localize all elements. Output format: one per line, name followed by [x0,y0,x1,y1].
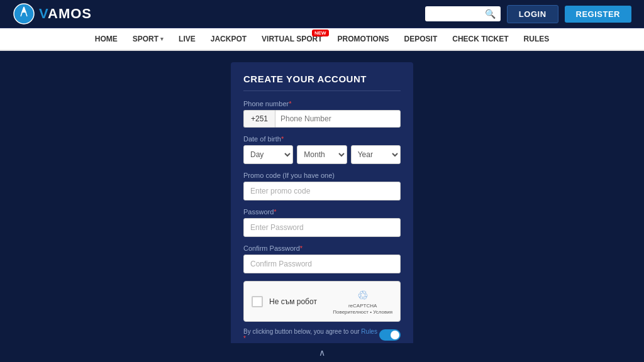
nav-item-rules[interactable]: RULES [524,35,550,43]
confirm-password-input[interactable] [243,255,401,273]
captcha-right: ♲ reCAPTCHA Поверителност • Условия [333,288,392,315]
captcha-checkbox[interactable] [252,296,263,307]
nav-item-promotions[interactable]: PROMOTIONS [338,35,389,43]
form-title: CREATE YOUR ACCOUNT [243,74,401,84]
new-badge: NEW [312,30,329,36]
nav-item-jackpot[interactable]: JACKPOT [211,35,247,43]
logo-text: VAMOS [39,6,92,22]
nav-item-virtual-sport[interactable]: VIRTUAL SPORT NEW [262,35,322,43]
chevron-down-icon: ▾ [160,36,164,42]
scroll-up-icon[interactable]: ∧ [319,348,325,358]
terms-text: By clicking button below, you agree to o… [243,328,379,342]
nav-item-home[interactable]: HOME [95,35,118,43]
search-box[interactable]: 🔍 [425,6,501,21]
registration-card: CREATE YOUR ACCOUNT Phone number* +251 D… [231,62,413,343]
terms-row: By clicking button below, you agree to o… [243,328,401,342]
footer: ∧ [0,343,644,362]
dob-day-select[interactable]: Day [243,145,293,164]
header: VAMOS 🔍 LOGIN REGISTER [0,0,644,28]
confirm-password-label: Confirm Password* [243,244,401,252]
search-input[interactable] [430,9,485,18]
phone-input[interactable] [275,110,401,128]
promo-group: Promo code (If you have one) [243,172,401,200]
recaptcha-icon: ♲ [357,288,369,303]
dob-row: Day Month Year [243,145,401,164]
captcha-sublabel: Поверителност • Условия [333,309,392,315]
captcha-text: Не съм робот [269,297,317,306]
login-button[interactable]: LOGIN [507,5,558,23]
toggle-background [379,329,401,341]
phone-group: Phone number* +251 [243,100,401,128]
dob-group: Date of birth* Day Month Year [243,135,401,164]
promo-label: Promo code (If you have one) [243,172,401,179]
navigation: HOME SPORT ▾ LIVE JACKPOT VIRTUAL SPORT … [0,28,644,51]
svg-point-0 [14,4,34,24]
terms-toggle[interactable] [379,329,401,341]
header-right: 🔍 LOGIN REGISTER [425,5,631,23]
nav-item-check-ticket[interactable]: CHECK TICKET [452,35,508,43]
rules-link[interactable]: Rules [361,328,377,335]
nav-item-deposit[interactable]: DEPOSIT [404,35,438,43]
phone-row: +251 [243,110,401,128]
phone-prefix: +251 [243,110,275,128]
card-divider [243,90,401,91]
logo: VAMOS [13,3,92,25]
dob-label: Date of birth* [243,135,401,143]
dob-month-select[interactable]: Month [297,145,347,164]
password-group: Password* [243,208,401,237]
nav-item-live[interactable]: LIVE [179,35,196,43]
dob-year-select[interactable]: Year [351,145,401,164]
captcha-label: reCAPTCHA [348,303,377,309]
search-icon: 🔍 [485,9,496,19]
logo-icon [13,3,35,25]
password-input[interactable] [243,218,401,237]
toggle-knob [391,331,399,339]
nav-item-sport[interactable]: SPORT ▾ [133,35,164,43]
register-button[interactable]: REGISTER [565,6,631,23]
password-label: Password* [243,208,401,216]
captcha-box[interactable]: Не съм робот ♲ reCAPTCHA Поверителност •… [243,281,401,322]
phone-label: Phone number* [243,100,401,107]
captcha-left: Не съм робот [252,296,317,307]
confirm-password-group: Confirm Password* [243,244,401,273]
main-content: CREATE YOUR ACCOUNT Phone number* +251 D… [0,51,644,343]
promo-input[interactable] [243,182,401,200]
